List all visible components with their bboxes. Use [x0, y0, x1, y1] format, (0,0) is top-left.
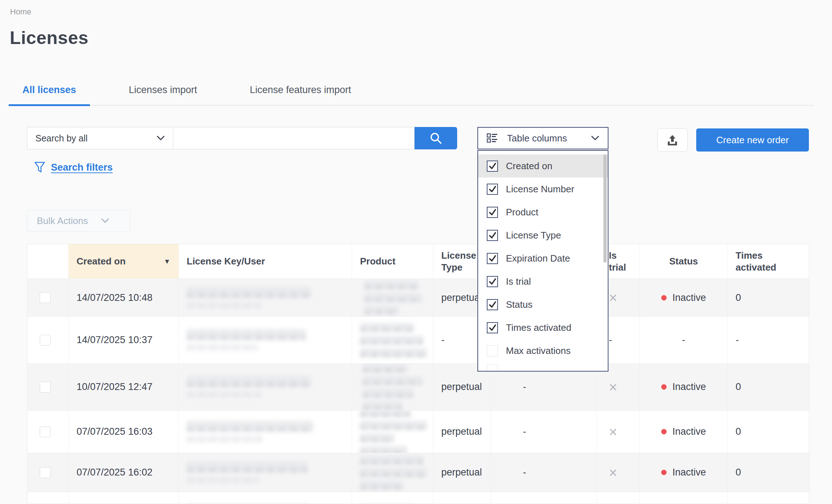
status-dot-red	[661, 429, 667, 434]
checkbox[interactable]	[487, 364, 498, 372]
column-menu-item[interactable]: License Type	[478, 224, 608, 247]
cell-is-trial: ×	[597, 492, 640, 504]
cell-times-activated: -	[728, 317, 809, 363]
column-menu-item[interactable]: Is trial	[478, 270, 608, 293]
cell-created-on: 14/07/2025 10:48	[69, 279, 179, 316]
chevron-down-icon	[100, 218, 110, 224]
cell-expiration-date: -	[491, 453, 597, 492]
status-dot-red	[661, 384, 667, 390]
breadcrumb[interactable]: Home	[10, 7, 31, 17]
checkbox[interactable]	[487, 345, 498, 356]
tab-all-licenses[interactable]: All licenses	[9, 80, 90, 106]
table-body: 14/07/2025 10:48 perpetual - × Inactive …	[27, 279, 809, 504]
export-upload-button[interactable]	[657, 128, 688, 152]
search-filters-link[interactable]: Search filters	[34, 162, 113, 173]
column-menu-item[interactable]: Product	[478, 201, 608, 224]
column-menu-item[interactable]: Times activated	[478, 316, 608, 339]
licenses-page: Home Licenses All licenses Licenses impo…	[0, 0, 832, 504]
checkbox[interactable]	[487, 253, 498, 264]
filter-funnel-icon	[34, 162, 45, 173]
table-row: 14/07/2025 10:37 - - - - -	[27, 317, 809, 364]
cell-status: -	[640, 317, 728, 363]
create-new-order-button[interactable]: Create new order	[696, 128, 809, 152]
status-text: Inactive	[672, 292, 706, 303]
cell-status: Inactive	[640, 411, 728, 453]
cell-product-redacted	[352, 453, 433, 492]
cell-created-on: 10/07/2025 12:47	[69, 364, 179, 410]
checkbox[interactable]	[487, 161, 498, 172]
table-header-row: Created on ▼ License Key/User Product Li…	[27, 244, 809, 279]
search-row: Search by all	[27, 127, 457, 149]
checkbox[interactable]	[487, 207, 498, 218]
column-menu-item[interactable]: Status	[478, 293, 608, 316]
not-trial-x-icon: ×	[609, 380, 617, 394]
row-checkbox[interactable]	[40, 292, 51, 303]
checkbox[interactable]	[487, 299, 498, 310]
checkbox[interactable]	[487, 276, 498, 287]
cell-created-on: 14/07/2025 10:37	[69, 317, 179, 363]
table-row: 07/07/2025 16:02 perpetual - × Inactive …	[27, 453, 809, 492]
not-trial-x-icon: ×	[609, 465, 617, 480]
cell-expiration-date: -	[491, 411, 597, 453]
cell-license-type: perpetual	[433, 411, 491, 453]
cell-product-redacted	[352, 492, 433, 504]
search-button[interactable]	[415, 127, 457, 149]
cell-status: Inactive	[640, 364, 728, 410]
tab-bar: All licenses Licenses import License fea…	[9, 80, 814, 106]
column-menu-item[interactable]: Max activations	[478, 339, 608, 362]
cell-is-trial: ×	[597, 453, 640, 492]
search-scope-select[interactable]: Search by all	[27, 127, 173, 149]
status-text: Inactive	[672, 426, 706, 437]
not-trial-x-icon: ×	[609, 425, 617, 439]
cell-product-redacted	[352, 279, 433, 316]
cell-created-on: 07/07/2025 16:03	[69, 411, 179, 453]
header-license-key-user[interactable]: License Key/User	[179, 244, 352, 279]
tab-license-features-import[interactable]: License features import	[236, 80, 365, 106]
row-checkbox[interactable]	[40, 467, 51, 478]
cell-times-activated: 0	[728, 453, 809, 492]
cell-product-redacted	[352, 411, 433, 453]
column-menu-item[interactable]: Expiration Date	[478, 247, 608, 270]
cell-expiration-date: -	[491, 492, 597, 504]
column-menu-item[interactable]: License Number	[478, 178, 608, 201]
header-product[interactable]: Product	[352, 244, 433, 279]
cell-license-key-redacted	[179, 364, 352, 410]
column-menu-item[interactable]: Created on	[478, 154, 608, 178]
checkbox[interactable]	[487, 184, 498, 195]
menu-scrollbar[interactable]	[603, 154, 607, 263]
bulk-actions-dropdown[interactable]: Bulk Actions	[27, 210, 130, 232]
cell-license-key-redacted	[179, 411, 352, 453]
checkbox[interactable]	[487, 322, 498, 333]
row-checkbox[interactable]	[40, 382, 51, 393]
cell-license-key-redacted	[179, 317, 352, 363]
cell-status: Inactive	[640, 492, 728, 504]
search-filters-label: Search filters	[51, 162, 113, 173]
row-checkbox[interactable]	[40, 335, 51, 346]
header-times-activated[interactable]: Times activated	[728, 244, 809, 279]
chevron-down-icon	[590, 135, 600, 141]
cell-product-redacted	[352, 364, 433, 410]
tab-licenses-import[interactable]: Licenses import	[115, 80, 211, 106]
row-checkbox[interactable]	[40, 426, 51, 437]
table-row: 07/07/2025 16:03 perpetual - × Inactive …	[27, 411, 809, 453]
cell-license-type: perpetual	[433, 492, 491, 504]
search-icon	[429, 132, 442, 145]
table-columns-label: Table columns	[507, 133, 567, 144]
table-row: 10/07/2025 12:47 perpetual - × Inactive …	[27, 364, 809, 411]
not-trial-x-icon: ×	[609, 290, 617, 305]
cell-license-key-redacted	[179, 453, 352, 492]
sort-desc-icon[interactable]: ▼	[164, 257, 170, 266]
table-row: 07/07/2025 15:09 perpetual - × Inactive …	[27, 492, 809, 504]
table-columns-menu: Created on License Number Product Licens…	[477, 150, 608, 372]
header-created-on[interactable]: Created on ▼	[69, 244, 179, 279]
licenses-table: Created on ▼ License Key/User Product Li…	[27, 244, 809, 504]
status-text: Inactive	[672, 381, 706, 393]
table-columns-button[interactable]: Table columns	[477, 127, 608, 149]
checkbox[interactable]	[487, 230, 498, 241]
cell-times-activated: 0	[728, 411, 809, 453]
search-input[interactable]	[173, 127, 415, 149]
header-status[interactable]: Status	[640, 244, 728, 279]
column-menu-item[interactable]	[478, 362, 608, 372]
cell-created-on: 07/07/2025 16:02	[69, 453, 179, 492]
cell-times-activated: 0	[728, 364, 809, 410]
